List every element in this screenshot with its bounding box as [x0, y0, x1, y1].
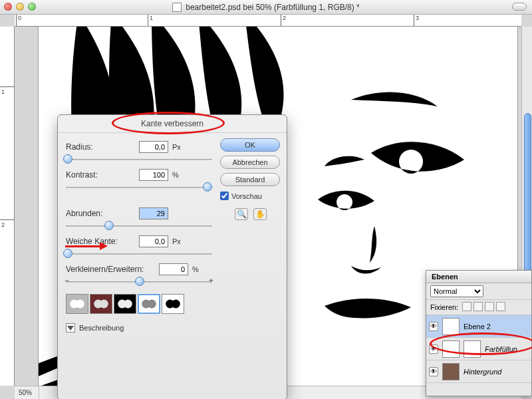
preview-checkbox-row[interactable]: Vorschau — [220, 192, 280, 200]
window-titlebar: bearbeitet2.psd bei 50% (Farbfüllung 1, … — [0, 0, 532, 15]
lock-all-icon[interactable] — [496, 302, 505, 311]
visibility-toggle-icon[interactable]: 👁 — [429, 344, 438, 354]
horizontal-ruler[interactable]: 0 1 2 3 — [15, 15, 521, 27]
radius-unit: Px — [172, 143, 181, 151]
lock-label: Fixieren: — [430, 303, 458, 311]
dialog-title: Kante verbessern — [58, 115, 287, 133]
blend-mode-row: Normal — [426, 283, 531, 300]
expand-slider[interactable]: − + — [66, 278, 212, 285]
hand-tool-icon[interactable]: ✋ — [253, 208, 267, 220]
radius-label: Radius: — [66, 142, 139, 152]
layer-thumbnail[interactable] — [442, 363, 460, 380]
preview-label: Vorschau — [231, 192, 262, 200]
zoom-tool-icon[interactable]: 🔍 — [235, 208, 248, 220]
window-title-text: bearbeitet2.psd bei 50% (Farbfüllung 1, … — [186, 3, 359, 12]
expand-plus: + — [209, 276, 213, 285]
layer-row[interactable]: 👁 Hintergrund — [426, 360, 531, 383]
description-toggle[interactable]: Beschreibung — [66, 323, 279, 332]
smooth-label: Abrunden: — [66, 209, 139, 218]
feather-unit: Px — [172, 237, 181, 245]
zoom-window-button[interactable] — [28, 3, 36, 11]
contrast-label: Kontrast: — [66, 170, 139, 180]
ruler-tick: 1 — [0, 86, 14, 95]
layers-panel-title[interactable]: Ebenen — [426, 271, 531, 283]
lock-icons — [462, 302, 505, 313]
layer-name[interactable]: Farbfüllun — [485, 345, 517, 353]
layers-panel[interactable]: Ebenen Normal Fixieren: 👁 Ebene 2 👁 Farb… — [426, 270, 532, 396]
workspace: 0 1 2 3 1 2 — [0, 15, 532, 399]
expand-unit: % — [192, 265, 199, 273]
lock-pixels-icon[interactable] — [473, 302, 483, 311]
blend-mode-select[interactable]: Normal — [430, 285, 483, 297]
expand-minus: − — [65, 276, 69, 285]
vertical-ruler[interactable]: 1 2 — [0, 27, 15, 386]
minimize-window-button[interactable] — [16, 3, 24, 11]
visibility-toggle-icon[interactable]: 👁 — [429, 322, 438, 331]
expand-input[interactable] — [159, 263, 188, 275]
layer-row[interactable]: 👁 Ebene 2 — [426, 315, 531, 338]
radius-slider[interactable] — [66, 156, 212, 162]
preview-mode-mask[interactable] — [162, 294, 184, 314]
radius-input[interactable] — [139, 141, 168, 153]
refine-edge-dialog: Kante verbessern OK Abbrechen Standard V… — [57, 114, 287, 399]
default-button[interactable]: Standard — [220, 173, 280, 186]
preview-mode-standard[interactable] — [66, 294, 88, 314]
lock-row: Fixieren: — [426, 300, 531, 315]
ruler-tick: 2 — [0, 219, 14, 228]
preview-mode-overlay[interactable] — [90, 294, 112, 314]
preview-mode-swatches — [66, 294, 279, 314]
smooth-input[interactable] — [139, 207, 168, 219]
layer-thumbnail[interactable] — [442, 318, 460, 335]
lock-transparent-icon[interactable] — [462, 302, 471, 311]
preview-checkbox[interactable] — [220, 192, 229, 200]
svg-point-3 — [100, 300, 108, 309]
document-icon — [172, 3, 182, 12]
feather-slider[interactable] — [66, 250, 212, 257]
layer-row[interactable]: 👁 Farbfüllun — [426, 338, 531, 360]
close-window-button[interactable] — [4, 3, 12, 11]
preview-mode-white[interactable] — [138, 294, 160, 314]
toolbar-toggle-button[interactable] — [512, 3, 527, 11]
ruler-tick: 2 — [281, 15, 286, 26]
svg-point-1 — [76, 300, 84, 309]
ruler-tick: 0 — [16, 15, 21, 26]
preview-tool-icons: 🔍 ✋ — [220, 208, 280, 220]
ok-button[interactable]: OK — [220, 138, 280, 152]
svg-point-5 — [124, 300, 132, 309]
traffic-lights — [4, 3, 36, 11]
ruler-tick: 3 — [414, 15, 419, 26]
description-label: Beschreibung — [79, 324, 124, 332]
visibility-toggle-icon[interactable]: 👁 — [429, 367, 438, 376]
dialog-button-column: OK Abbrechen Standard Vorschau 🔍 ✋ — [220, 138, 280, 220]
layer-name[interactable]: Hintergrund — [464, 368, 501, 376]
smooth-slider[interactable] — [66, 222, 212, 229]
cancel-button[interactable]: Abbrechen — [220, 156, 280, 169]
layer-name[interactable]: Ebene 2 — [464, 323, 491, 331]
zoom-level[interactable]: 50% — [15, 386, 39, 399]
lock-position-icon[interactable] — [485, 302, 494, 311]
vertical-scrollbar-thumb[interactable] — [524, 113, 531, 286]
window-title: bearbeitet2.psd bei 50% (Farbfüllung 1, … — [172, 3, 359, 12]
contrast-input[interactable] — [139, 169, 168, 181]
expand-label: Verkleinern/Erweitern: — [66, 265, 159, 274]
feather-input[interactable] — [139, 235, 168, 247]
contrast-unit: % — [172, 171, 179, 179]
ruler-tick: 1 — [148, 15, 153, 26]
layer-thumbnail[interactable] — [442, 340, 460, 358]
svg-point-7 — [148, 300, 156, 309]
feather-label: Weiche Kante: — [66, 237, 139, 246]
layer-mask-thumbnail[interactable] — [464, 340, 481, 358]
svg-point-9 — [172, 300, 180, 309]
contrast-slider[interactable] — [66, 184, 212, 190]
preview-mode-black[interactable] — [114, 294, 136, 314]
